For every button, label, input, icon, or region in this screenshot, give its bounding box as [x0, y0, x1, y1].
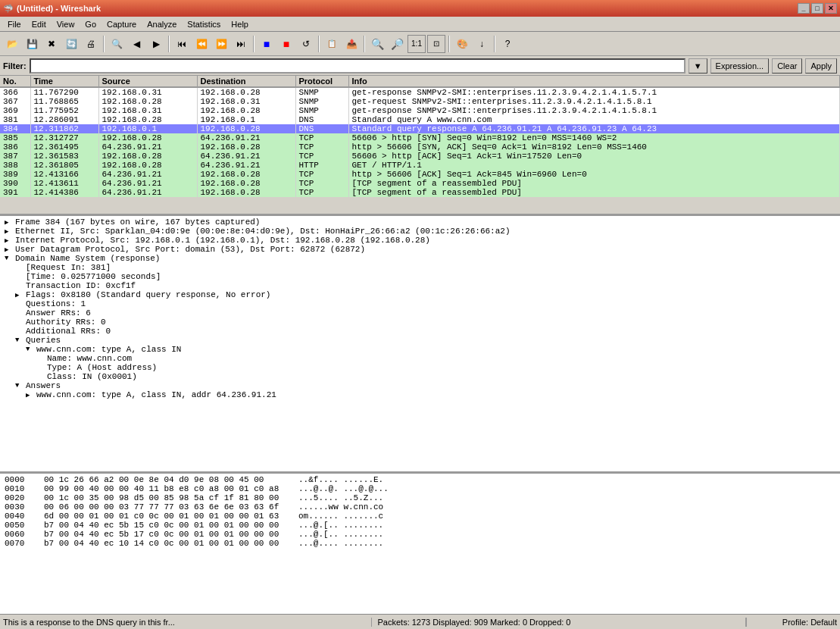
table-cell: 12.286091	[30, 115, 98, 124]
toolbar-go-prev[interactable]: ⏪	[192, 35, 211, 53]
toolbar-go-next[interactable]: ⏩	[212, 35, 230, 53]
close-button[interactable]: ✕	[825, 3, 837, 14]
toolbar-capture-filters[interactable]: 📤	[342, 35, 361, 53]
toolbar-zoom-fit[interactable]: ⊡	[427, 35, 445, 53]
table-row[interactable]: 38112.286091192.168.0.28192.168.0.1DNSSt…	[0, 115, 840, 124]
toolbar-close[interactable]: ✖	[42, 35, 61, 53]
toolbar-zoom-reset[interactable]: 1:1	[408, 35, 426, 53]
toolbar-save[interactable]: 💾	[23, 35, 41, 53]
detail-line[interactable]: ▶Ethernet II, Src: Sparklan_04:d0:9e (00…	[2, 227, 838, 236]
table-row[interactable]: 39012.41361164.236.91.21192.168.0.28TCP[…	[0, 179, 840, 188]
toolbar-zoom-out[interactable]: 🔎	[388, 35, 406, 53]
detail-line[interactable]: ▶Flags: 0x8180 (Standard query response,…	[2, 290, 838, 299]
hex-ascii: ...@.... ........	[298, 539, 383, 548]
toolbar-colorize[interactable]: 🎨	[453, 35, 471, 53]
toolbar-help[interactable]: ?	[498, 35, 517, 53]
apply-button[interactable]: Apply	[805, 58, 837, 74]
table-cell: TCP	[295, 133, 348, 142]
expand-icon[interactable]: ▶	[5, 218, 14, 227]
table-row[interactable]: 36911.775952192.168.0.31192.168.0.28SNMP…	[0, 106, 840, 115]
toolbar-print[interactable]: 🖨	[82, 35, 100, 53]
detail-line[interactable]: ▶User Datagram Protocol, Src Port: domai…	[2, 245, 838, 254]
table-cell: http > 56606 [ACK] Seq=1 Ack=845 Win=696…	[348, 170, 840, 179]
menu-go[interactable]: Go	[80, 19, 101, 30]
packet-detail-content: ▶Frame 384 (167 bytes on wire, 167 bytes…	[2, 217, 838, 399]
detail-line[interactable]: ▶www.cnn.com: type A, class IN, addr 64.…	[2, 390, 838, 399]
expand-icon[interactable]: ▼	[15, 336, 24, 344]
toolbar-sep-2	[168, 36, 170, 52]
detail-text: [Time: 0.025771000 seconds]	[26, 272, 161, 281]
menu-help[interactable]: Help	[226, 19, 253, 30]
hex-view-panel[interactable]: 000000 1c 26 66 a2 00 0e 8e 04 d0 9e 08 …	[0, 474, 840, 614]
expand-icon[interactable]: ▶	[5, 236, 14, 245]
hex-row: 0060b7 00 04 40 ec 5b 17 c0 0c 00 01 00 …	[2, 530, 838, 539]
expand-icon[interactable]: ▶	[5, 246, 14, 254]
window-controls: _ □ ✕	[798, 3, 837, 14]
toolbar-prev[interactable]: ◀	[127, 35, 145, 53]
hex-bytes: b7 00 04 40 ec 5b 15 c0 0c 00 01 00 01 0…	[44, 521, 286, 530]
toolbar-go-last[interactable]: ⏭	[232, 35, 250, 53]
detail-text: Type: A (Host address)	[47, 363, 157, 372]
table-row[interactable]: 36611.767290192.168.0.31192.168.0.28SNMP…	[0, 87, 840, 97]
detail-line[interactable]: ▼www.cnn.com: type A, class IN	[2, 345, 838, 354]
menu-file[interactable]: File	[3, 19, 26, 30]
detail-line[interactable]: ▼Queries	[2, 336, 838, 345]
filter-dropdown-btn[interactable]: ▼	[689, 58, 707, 74]
detail-line: Questions: 1	[2, 299, 838, 308]
packet-detail-panel[interactable]: ▶Frame 384 (167 bytes on wire, 167 bytes…	[0, 216, 840, 474]
toolbar: 📂 💾 ✖ 🔄 🖨 🔍 ◀ ▶ ⏮ ⏪ ⏩ ⏭ ■ ■ ↺ 📋 📤 🔍 🔎 1:…	[0, 32, 840, 56]
filter-input[interactable]	[30, 58, 685, 74]
hex-ascii: ...@.[.. ........	[298, 521, 383, 530]
toolbar-capture-options[interactable]: 📋	[323, 35, 341, 53]
toolbar-find[interactable]: 🔍	[108, 35, 126, 53]
toolbar-capture-restart[interactable]: ↺	[297, 35, 315, 53]
detail-text: www.cnn.com: type A, class IN	[36, 345, 181, 354]
expand-icon[interactable]: ▶	[26, 391, 35, 399]
table-row[interactable]: 38812.361805192.168.0.2864.236.91.21HTTP…	[0, 161, 840, 170]
expression-button[interactable]: Expression...	[710, 58, 770, 74]
table-row[interactable]: 38912.41316664.236.91.21192.168.0.28TCPh…	[0, 170, 840, 179]
expand-icon[interactable]: ▼	[15, 382, 24, 390]
toolbar-go-first[interactable]: ⏮	[173, 35, 191, 53]
detail-line[interactable]: ▼Domain Name System (response)	[2, 254, 838, 263]
detail-line[interactable]: ▼Answers	[2, 381, 838, 390]
table-cell: 367	[0, 97, 30, 106]
toolbar-zoom-in[interactable]: 🔍	[368, 35, 386, 53]
main-content: No. Time Source Destination Protocol Inf…	[0, 76, 840, 614]
toolbar-sep-7	[494, 36, 495, 52]
toolbar-next[interactable]: ▶	[147, 35, 165, 53]
toolbar-capture-start[interactable]: ■	[258, 35, 276, 53]
detail-line[interactable]: ▶Internet Protocol, Src: 192.168.0.1 (19…	[2, 236, 838, 245]
toolbar-reload[interactable]: 🔄	[62, 35, 80, 53]
clear-button[interactable]: Clear	[772, 58, 802, 74]
toolbar-capture-stop[interactable]: ■	[277, 35, 295, 53]
menu-statistics[interactable]: Statistics	[183, 19, 225, 30]
table-row[interactable]: 39112.41438664.236.91.21192.168.0.28TCP[…	[0, 188, 840, 197]
minimize-button[interactable]: _	[798, 3, 810, 14]
detail-text: Flags: 0x8180 (Standard query response, …	[26, 290, 270, 299]
table-row[interactable]: 38712.361583192.168.0.2864.236.91.21TCP5…	[0, 152, 840, 161]
menu-edit[interactable]: Edit	[27, 19, 51, 30]
table-row[interactable]: 38612.36149564.236.91.21192.168.0.28TCPh…	[0, 142, 840, 152]
detail-line[interactable]: ▶Frame 384 (167 bytes on wire, 167 bytes…	[2, 217, 838, 227]
hex-bytes: 00 06 00 00 00 03 77 77 77 03 63 6e 6e 0…	[44, 502, 286, 512]
expand-icon[interactable]: ▶	[5, 227, 14, 236]
expand-icon[interactable]: ▶	[15, 291, 24, 299]
packet-list[interactable]: No. Time Source Destination Protocol Inf…	[0, 76, 840, 216]
detail-text: [Request In: 381]	[26, 263, 111, 272]
menu-analyze[interactable]: Analyze	[142, 19, 181, 30]
table-row[interactable]: 38512.312727192.168.0.2864.236.91.21TCP5…	[0, 133, 840, 142]
status-profile: Profile: Default	[746, 618, 837, 627]
table-cell: get-response SNMPv2-SMI::enterprises.11.…	[348, 106, 840, 115]
maximize-button[interactable]: □	[811, 3, 823, 14]
table-row[interactable]: 38412.311862192.168.0.1192.168.0.28DNSSt…	[0, 124, 840, 133]
detail-line: [Request In: 381]	[2, 263, 838, 272]
menu-capture[interactable]: Capture	[102, 19, 141, 30]
menu-view[interactable]: View	[52, 19, 80, 30]
expand-icon[interactable]: ▼	[5, 255, 14, 262]
toolbar-auto-scroll[interactable]: ↓	[473, 35, 491, 53]
toolbar-open[interactable]: 📂	[3, 35, 21, 53]
expand-icon[interactable]: ▼	[26, 346, 35, 353]
table-row[interactable]: 36711.768865192.168.0.28192.168.0.31SNMP…	[0, 97, 840, 106]
detail-text: Class: IN (0x0001)	[47, 372, 137, 381]
